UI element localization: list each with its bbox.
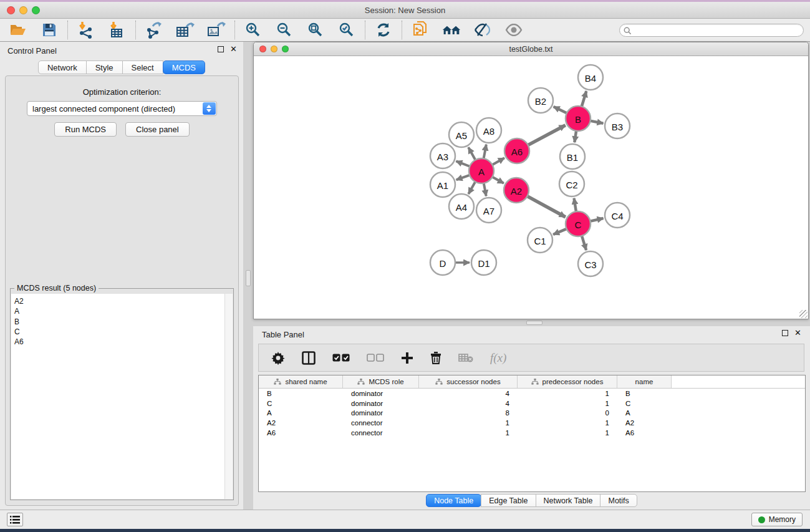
task-history-button[interactable]	[7, 513, 23, 526]
tab-network[interactable]: Network	[38, 60, 87, 74]
graph-node-D[interactable]: D	[430, 250, 455, 275]
graph-node-C2[interactable]: C2	[559, 172, 584, 196]
export-network-icon[interactable]	[145, 21, 163, 39]
mcds-result-item[interactable]: A	[11, 306, 233, 316]
refresh-icon[interactable]	[374, 21, 393, 39]
graph-node-A[interactable]: A	[469, 158, 494, 183]
float-table-panel-icon[interactable]	[782, 330, 788, 336]
mcds-result-item[interactable]: A6	[11, 337, 233, 347]
close-table-panel-icon[interactable]: ✕	[794, 330, 801, 336]
graph-node-A8[interactable]: A8	[476, 118, 501, 143]
graph-node-A7[interactable]: A7	[476, 198, 501, 223]
tab-select[interactable]: Select	[122, 60, 163, 74]
table-row[interactable]: A6connector11A6	[259, 428, 805, 438]
graph-node-D1[interactable]: D1	[471, 250, 496, 275]
zoom-fit-icon[interactable]	[306, 21, 325, 39]
window-titlebar[interactable]: Session: New Session	[0, 2, 810, 19]
open-session-icon[interactable]	[9, 21, 27, 39]
delete-columns-icon[interactable]	[430, 351, 441, 364]
graph-node-A6[interactable]: A6	[504, 138, 529, 163]
table-row[interactable]: Adominator80A	[259, 409, 805, 418]
export-table-icon[interactable]	[176, 21, 195, 39]
graph-edge-B-B4[interactable]	[581, 91, 586, 108]
graph-edge-B-B3[interactable]	[589, 120, 604, 123]
table-settings-icon[interactable]	[271, 351, 285, 365]
graph-node-B4[interactable]: B4	[578, 65, 603, 90]
graph-edge-A6-B[interactable]	[527, 125, 566, 146]
graph-node-A3[interactable]: A3	[430, 143, 455, 168]
graph-node-C4[interactable]: C4	[605, 203, 630, 228]
table-tab-motifs[interactable]: Motifs	[600, 494, 637, 507]
save-session-icon[interactable]	[40, 21, 59, 39]
close-panel-icon[interactable]: ✕	[230, 46, 237, 52]
graph-node-A5[interactable]: A5	[449, 122, 474, 147]
import-table-icon[interactable]	[108, 21, 127, 39]
show-columns-icon[interactable]	[302, 351, 316, 365]
zoom-in-icon[interactable]	[244, 21, 263, 39]
graph-edge-C-C4[interactable]	[589, 218, 604, 221]
graph-node-B[interactable]: B	[566, 106, 591, 131]
select-all-rows-icon[interactable]	[332, 354, 350, 362]
table-row[interactable]: A2connector11A2	[259, 418, 805, 428]
graph-node-A2[interactable]: A2	[504, 178, 529, 203]
network-canvas[interactable]: B4B2BB3A5A8A6A3B1AA1C2A2A4A7C4CC1C3DD1	[254, 56, 808, 319]
column-header-shared-name[interactable]: shared name	[259, 375, 343, 388]
graph-node-B2[interactable]: B2	[528, 88, 553, 113]
horizontal-splitter[interactable]	[253, 319, 810, 326]
result-list-scrollbar[interactable]	[224, 294, 233, 499]
search-input[interactable]	[619, 24, 804, 37]
close-panel-button[interactable]: Close panel	[125, 122, 190, 137]
column-header-successor-nodes[interactable]: successor nodes	[419, 375, 518, 388]
horizontal-splitter-handle[interactable]	[526, 321, 542, 325]
float-panel-icon[interactable]	[218, 46, 224, 52]
tab-style[interactable]: Style	[86, 60, 123, 74]
graph-edge-A-A3[interactable]	[456, 161, 471, 167]
graph-edge-C-C2[interactable]	[574, 198, 577, 213]
import-network-icon[interactable]	[77, 21, 95, 39]
table-row[interactable]: Cdominator41C	[259, 399, 805, 409]
graph-node-B3[interactable]: B3	[605, 114, 630, 138]
graph-edge-A2-C[interactable]	[526, 196, 566, 217]
graph-node-B1[interactable]: B1	[560, 144, 585, 169]
mcds-result-item[interactable]: A2	[11, 296, 233, 306]
graph-edge-C-C3[interactable]	[581, 235, 586, 250]
zoom-selected-icon[interactable]	[337, 21, 356, 39]
graph-edge-A-A4[interactable]	[468, 181, 476, 194]
graph-edge-A-A7[interactable]	[483, 182, 486, 196]
table-tab-node-table[interactable]: Node Table	[426, 494, 481, 507]
clone-network-icon[interactable]	[411, 21, 430, 39]
vertical-splitter[interactable]	[243, 42, 253, 512]
home-view-icon[interactable]	[442, 21, 461, 39]
table-row[interactable]: Bdominator41B	[259, 389, 805, 399]
graph-node-C[interactable]: C	[566, 211, 591, 236]
tab-mcds[interactable]: MCDS	[163, 60, 205, 74]
deselect-all-rows-icon[interactable]	[367, 354, 384, 362]
mcds-result-item[interactable]: C	[11, 327, 233, 337]
graph-edge-C-C1[interactable]	[553, 228, 567, 235]
zoom-out-icon[interactable]	[275, 21, 294, 39]
column-header-name[interactable]: name	[617, 375, 672, 388]
graph-edge-A-A1[interactable]	[456, 175, 471, 180]
graph-node-C3[interactable]: C3	[578, 251, 603, 276]
graph-edge-B-B2[interactable]	[554, 107, 568, 114]
mcds-result-list[interactable]: A2ABCA6	[11, 293, 233, 499]
graph-node-C1[interactable]: C1	[528, 228, 552, 253]
graph-edge-A-A8[interactable]	[483, 145, 486, 160]
network-window-titlebar[interactable]: testGlobe.txt	[254, 42, 808, 56]
vertical-splitter-handle[interactable]	[246, 270, 251, 286]
table-tab-network-table[interactable]: Network Table	[536, 494, 601, 507]
add-column-icon[interactable]	[401, 352, 413, 364]
graph-node-A1[interactable]: A1	[430, 172, 455, 197]
graph-node-A4[interactable]: A4	[449, 194, 474, 219]
column-header-predecessor-nodes[interactable]: predecessor nodes	[518, 375, 617, 388]
graph-edge-A-A2[interactable]	[491, 177, 504, 183]
memory-button[interactable]: Memory	[751, 513, 803, 526]
graph-edge-A-A5[interactable]	[468, 147, 476, 161]
graph-edge-A-A6[interactable]	[491, 158, 504, 165]
show-panels-icon[interactable]	[504, 21, 523, 39]
criterion-select[interactable]: largest connected component (directed)	[27, 101, 217, 116]
window-resize-grip[interactable]	[799, 310, 808, 318]
export-image-icon[interactable]	[207, 21, 226, 39]
mcds-result-item[interactable]: B	[11, 317, 233, 327]
run-mcds-button[interactable]: Run MCDS	[54, 122, 117, 137]
